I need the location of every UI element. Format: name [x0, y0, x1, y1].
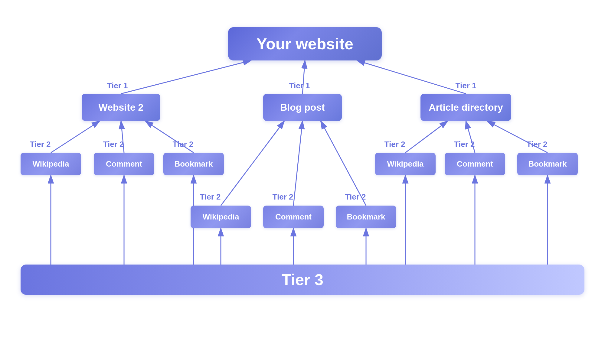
bookmark-left-label: Bookmark [174, 159, 213, 169]
bookmark-mid-node: Bookmark [336, 206, 396, 228]
blog-post-label: Blog post [280, 102, 325, 113]
comment-mid-node: Comment [263, 206, 324, 228]
article-dir-label: Article directory [429, 102, 503, 113]
tier1-right-label: Tier 1 [451, 81, 481, 90]
your-website-label: Your website [257, 35, 353, 53]
wiki-mid-label: Wikipedia [202, 212, 239, 222]
tier3-label: Tier 3 [282, 271, 323, 289]
tier2-wiki-left-label: Tier 2 [21, 140, 60, 149]
wiki-left-label: Wikipedia [32, 159, 69, 169]
article-dir-node: Article directory [420, 94, 511, 121]
comment-right-label: Comment [457, 159, 493, 169]
tier1-left-label: Tier 1 [102, 81, 132, 90]
your-website-node: Your website [228, 27, 382, 60]
svg-line-10 [121, 60, 251, 94]
tier2-bookmark-mid-label: Tier 2 [336, 192, 375, 202]
tier2-wiki-mid-label: Tier 2 [191, 192, 230, 202]
wiki-mid-node: Wikipedia [191, 206, 251, 228]
tier1-mid-label: Tier 1 [284, 81, 315, 90]
tier2-comment-mid-label: Tier 2 [263, 192, 302, 202]
bookmark-mid-label: Bookmark [347, 212, 385, 222]
comment-left-node: Comment [94, 153, 154, 175]
wiki-right-node: Wikipedia [375, 153, 436, 175]
svg-line-12 [357, 60, 466, 94]
tier2-wiki-right-label: Tier 2 [375, 140, 414, 149]
bookmark-right-node: Bookmark [517, 153, 578, 175]
tier2-comment-right-label: Tier 2 [445, 140, 484, 149]
tier2-comment-left-label: Tier 2 [94, 140, 133, 149]
bookmark-left-node: Bookmark [163, 153, 224, 175]
comment-right-node: Comment [445, 153, 505, 175]
website2-label: Website 2 [99, 102, 144, 113]
comment-mid-label: Comment [275, 212, 312, 222]
bookmark-right-label: Bookmark [528, 159, 567, 169]
comment-left-label: Comment [106, 159, 142, 169]
tier3-node: Tier 3 [21, 265, 584, 295]
tier2-bookmark-left-label: Tier 2 [163, 140, 203, 149]
wiki-right-label: Wikipedia [387, 159, 424, 169]
wiki-left-node: Wikipedia [21, 153, 81, 175]
diagram: Your website Tier 1 Tier 1 Tier 1 Websit… [0, 0, 605, 364]
blog-post-node: Blog post [263, 94, 342, 121]
tier2-bookmark-right-label: Tier 2 [517, 140, 557, 149]
website2-node: Website 2 [82, 94, 160, 121]
